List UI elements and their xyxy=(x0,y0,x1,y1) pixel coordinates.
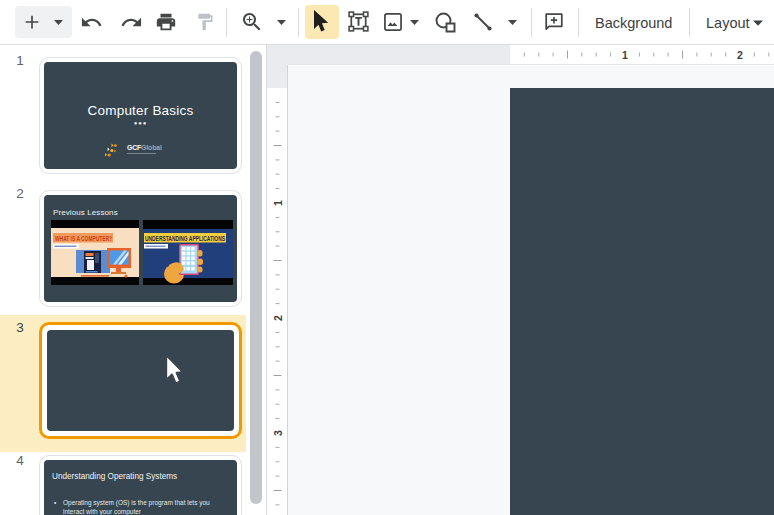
svg-text:WHAT IS A COMPUTER?: WHAT IS A COMPUTER? xyxy=(55,234,112,243)
svg-text:1: 1 xyxy=(622,49,628,61)
svg-text:2: 2 xyxy=(737,49,743,61)
svg-text:1: 1 xyxy=(272,200,284,206)
svg-text:2: 2 xyxy=(272,315,284,321)
svg-text:UNDERSTANDING APPLICATIONS: UNDERSTANDING APPLICATIONS xyxy=(145,234,225,243)
svg-text:3: 3 xyxy=(272,430,284,436)
